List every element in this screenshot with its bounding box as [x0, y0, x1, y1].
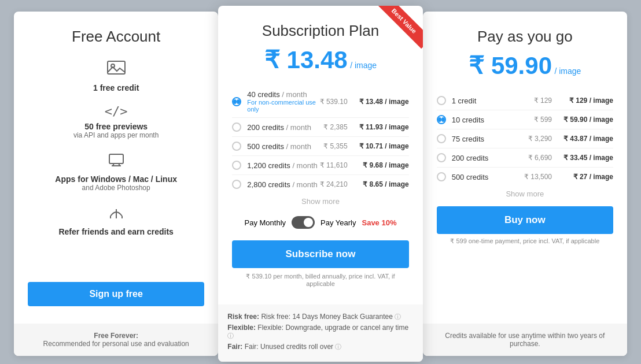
- free-credits-label: 1 free credit: [93, 83, 139, 92]
- code-icon: </>: [105, 104, 128, 118]
- info-icon-1: ⓘ: [395, 313, 401, 320]
- payg-radio-2[interactable]: [437, 115, 446, 124]
- payg-per-img-4: ₹ 33.45 / image: [561, 154, 613, 162]
- sub-plan-row-2[interactable]: 200 credits / month ₹ 2,385 ₹ 11.93 / im…: [232, 118, 408, 137]
- payg-radio-3[interactable]: [437, 134, 446, 143]
- payg-radio-4[interactable]: [437, 153, 446, 162]
- payg-credits-4: 200 credits: [452, 154, 528, 162]
- sub-plan-row-4[interactable]: 1,200 credits / month ₹ 11,610 ₹ 9.68 / …: [232, 156, 408, 175]
- refer-icon: [108, 203, 124, 224]
- sub-credits-5: 2,800 credits / month: [247, 180, 319, 189]
- payg-plan-row-3[interactable]: 75 credits ₹ 3,290 ₹ 43.87 / image: [437, 129, 613, 148]
- payg-plan-row-5[interactable]: 500 credits ₹ 13,500 ₹ 27 / image: [437, 168, 613, 186]
- sub-plan-row-5[interactable]: 2,800 credits / month ₹ 24,210 ₹ 8.65 / …: [232, 175, 408, 194]
- sub-price-4: ₹ 11,610: [320, 161, 348, 169]
- risk-free-note: Risk free: Risk free: 14 Days Money Back…: [227, 313, 413, 321]
- flexible-note: Flexible: Flexible: Downgrade, upgrade o…: [227, 324, 413, 340]
- payg-credits-2: 10 credits: [452, 116, 534, 124]
- sub-per-img-4: ₹ 9.68 / image: [357, 161, 409, 169]
- payg-price-1: ₹ 129: [534, 96, 552, 105]
- sub-radio-5[interactable]: [232, 180, 241, 189]
- sub-show-more-btn[interactable]: Show more: [232, 194, 408, 209]
- payg-per-img-3: ₹ 43.87 / image: [561, 135, 613, 143]
- payg-price-3: ₹ 3,290: [528, 135, 552, 143]
- payg-credits-3: 75 credits: [452, 135, 528, 143]
- payg-price-display: ₹ 59.90 / image: [437, 51, 613, 80]
- payg-show-more-btn[interactable]: Show more: [437, 186, 613, 202]
- sub-radio-1[interactable]: [232, 97, 241, 106]
- subscription-plans: 40 credits / month For non-commercial us…: [232, 86, 408, 194]
- sub-radio-3[interactable]: [232, 142, 241, 151]
- free-feature-4: Refer friends and earn credits: [28, 203, 204, 236]
- sub-credits-2: 200 credits / month: [247, 123, 323, 132]
- sub-plan-row-1[interactable]: 40 credits / month For non-commercial us…: [232, 86, 408, 118]
- sub-per: / image: [350, 61, 377, 70]
- payg-price-5: ₹ 13,500: [524, 173, 552, 181]
- svg-rect-2: [109, 154, 123, 164]
- info-icon-2: ⓘ: [227, 332, 234, 339]
- toggle-yearly-label: Pay Yearly: [320, 218, 356, 227]
- image-icon: [107, 60, 126, 80]
- risk-notes: Risk free: Risk free: 14 Days Money Back…: [218, 304, 422, 362]
- payg-footer-text: Credits available for use anytime within…: [445, 332, 605, 348]
- sub-per-img-5: ₹ 8.65 / image: [357, 180, 409, 188]
- billing-toggle[interactable]: [292, 216, 315, 229]
- info-icon-3: ⓘ: [335, 343, 341, 350]
- svg-rect-0: [108, 61, 125, 74]
- payg-plan-row-2[interactable]: 10 credits ₹ 599 ₹ 59.90 / image: [437, 110, 613, 129]
- free-feature-2: </> 50 free previews via API and apps pe…: [28, 104, 204, 139]
- payg-plan-row-4[interactable]: 200 credits ₹ 6,690 ₹ 33.45 / image: [437, 148, 613, 168]
- payg-per: / image: [554, 66, 581, 76]
- sub-radio-4[interactable]: [232, 161, 241, 170]
- sub-per-img-3: ₹ 10.71 / image: [357, 142, 409, 150]
- buy-button[interactable]: Buy now: [437, 206, 613, 234]
- subscribe-button[interactable]: Subscribe now: [232, 240, 408, 268]
- payg-per-img-1: ₹ 129 / image: [561, 96, 613, 105]
- payg-price-2: ₹ 599: [534, 116, 552, 124]
- sub-radio-2[interactable]: [232, 122, 241, 132]
- sub-credits-1: 40 credits / month For non-commercial us…: [247, 90, 319, 113]
- free-refer-label: Refer friends and earn credits: [58, 227, 173, 236]
- sub-price: ₹ 13.48: [264, 46, 348, 73]
- sub-price-3: ₹ 5,355: [323, 142, 347, 150]
- best-value-ribbon: Best Value: [376, 6, 423, 49]
- sub-price-5: ₹ 24,210: [320, 180, 348, 188]
- toggle-monthly-label: Pay Monthly: [245, 218, 286, 227]
- payg-radio-5[interactable]: [437, 172, 446, 181]
- payg-price-4: ₹ 6,690: [528, 154, 552, 162]
- free-apps-sub: and Adobe Photoshop: [82, 184, 150, 192]
- apps-icon: [108, 151, 125, 171]
- billing-toggle-row: Pay Monthly Pay Yearly Save 10%: [232, 216, 408, 229]
- free-apps-label: Apps for Windows / Mac / Linux: [55, 174, 177, 184]
- best-value-ribbon-wrap: Best Value: [371, 6, 423, 58]
- payg-card-footer: Credits available for use anytime within…: [423, 324, 627, 356]
- payg-price: ₹ 59.90: [469, 52, 552, 79]
- payg-payment-note: ₹ 599 one-time payment, price incl. VAT,…: [437, 237, 613, 245]
- payg-credits-5: 500 credits: [452, 173, 524, 181]
- pricing-cards: Free Account 1 free credit </> 50 free p…: [14, 12, 627, 356]
- payg-plan-row-1[interactable]: 1 credit ₹ 129 ₹ 129 / image: [437, 91, 613, 110]
- free-account-card: Free Account 1 free credit </> 50 free p…: [14, 12, 218, 356]
- sub-credits-4: 1,200 credits / month: [247, 161, 319, 170]
- fair-note: Fair: Fair: Unused credits roll over ⓘ: [227, 343, 413, 351]
- payg-radio-1[interactable]: [437, 96, 446, 105]
- payg-credits-1: 1 credit: [452, 96, 534, 105]
- save-badge: Save 10%: [362, 218, 396, 227]
- payg-per-img-2: ₹ 59.90 / image: [561, 116, 613, 124]
- subscription-card: Best Value Subscription Plan ₹ 13.48 / i…: [218, 6, 422, 362]
- free-previews-label: 50 free previews: [84, 122, 148, 131]
- sub-credits-3: 500 credits / month: [247, 142, 323, 151]
- billing-note: ₹ 539.10 per month, billed annually, pri…: [232, 273, 408, 287]
- payg-plans: 1 credit ₹ 129 ₹ 129 / image 10 credits …: [437, 91, 613, 186]
- free-title: Free Account: [28, 28, 204, 46]
- sub-per-img-1: ₹ 13.48 / image: [357, 98, 409, 106]
- free-footer-title: Free Forever:: [94, 332, 138, 340]
- payg-per-img-5: ₹ 27 / image: [561, 173, 613, 181]
- free-footer-sub: Recommended for personal use and evaluat…: [43, 340, 189, 348]
- free-card-footer: Free Forever: Recommended for personal u…: [14, 324, 218, 356]
- sub-price-1: ₹ 539.10: [320, 98, 348, 106]
- sub-note-1: For non-commercial use only: [247, 99, 319, 113]
- signup-button[interactable]: Sign up free: [28, 282, 204, 306]
- payg-title: Pay as you go: [437, 28, 613, 46]
- sub-plan-row-3[interactable]: 500 credits / month ₹ 5,355 ₹ 10.71 / im…: [232, 137, 408, 156]
